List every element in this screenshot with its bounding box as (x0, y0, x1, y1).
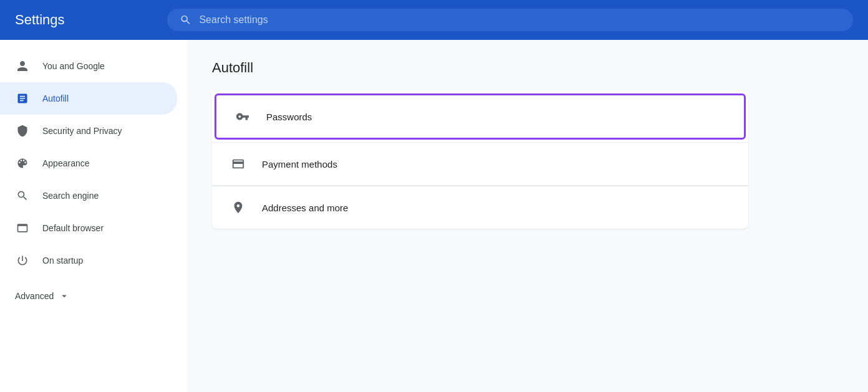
advanced-section[interactable]: Advanced (0, 282, 187, 310)
key-icon (234, 108, 251, 125)
payment-methods-label: Payment methods (262, 159, 337, 170)
sidebar-item-autofill[interactable]: Autofill (0, 82, 177, 115)
card-icon (229, 155, 247, 173)
search-icon (180, 14, 191, 26)
location-icon (229, 199, 247, 216)
sidebar-item-default-browser[interactable]: Default browser (0, 212, 177, 244)
section-title: Autofill (212, 60, 843, 76)
search-input[interactable] (199, 14, 841, 26)
sidebar-label-appearance: Appearance (42, 158, 90, 168)
app-title: Settings (15, 12, 152, 28)
sidebar-label-security-privacy: Security and Privacy (42, 126, 122, 136)
shield-icon (15, 123, 30, 138)
passwords-label: Passwords (266, 112, 312, 122)
sidebar-item-on-startup[interactable]: On startup (0, 244, 177, 277)
autofill-card: Passwords Payment methods Addresses and … (212, 91, 748, 229)
sidebar-label-on-startup: On startup (42, 256, 83, 265)
sidebar-label-you-and-google: You and Google (42, 61, 105, 71)
advanced-label: Advanced (15, 291, 54, 301)
sidebar-item-search-engine[interactable]: Search engine (0, 179, 177, 212)
main-content: Autofill Passwords Payment methods (187, 40, 868, 392)
autofill-item-passwords[interactable]: Passwords (215, 93, 746, 140)
search-engine-icon (15, 188, 30, 203)
power-icon (15, 253, 30, 268)
autofill-item-payment-methods[interactable]: Payment methods (212, 143, 748, 186)
addresses-label: Addresses and more (262, 203, 348, 213)
main-layout: You and Google Autofill Security and Pri… (0, 40, 868, 392)
sidebar-item-you-and-google[interactable]: You and Google (0, 50, 177, 82)
sidebar-item-security-privacy[interactable]: Security and Privacy (0, 115, 177, 147)
autofill-icon (15, 91, 30, 106)
palette-icon (15, 156, 30, 171)
sidebar: You and Google Autofill Security and Pri… (0, 40, 187, 392)
sidebar-label-default-browser: Default browser (42, 223, 104, 233)
sidebar-label-search-engine: Search engine (42, 191, 99, 201)
browser-icon (15, 221, 30, 236)
person-icon (15, 59, 30, 74)
autofill-item-addresses[interactable]: Addresses and more (212, 186, 748, 229)
app-header: Settings (0, 0, 868, 40)
sidebar-item-appearance[interactable]: Appearance (0, 147, 177, 179)
chevron-down-icon (59, 290, 70, 302)
search-bar[interactable] (167, 9, 853, 31)
sidebar-label-autofill: Autofill (42, 93, 69, 103)
